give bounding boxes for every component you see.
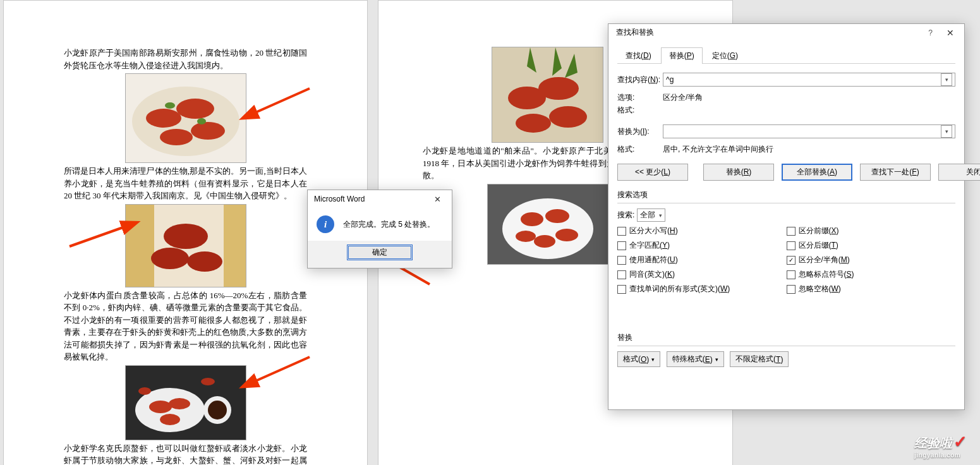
tab-find[interactable]: 查找(D) xyxy=(617,47,660,64)
svg-point-32 xyxy=(555,229,578,241)
checkbox-icon xyxy=(617,241,626,250)
no-format-button[interactable]: 不限定格式(T) xyxy=(730,351,789,367)
checkbox-label: 区分前缀(X) xyxy=(799,226,839,236)
search-options-title: 搜索选项 xyxy=(617,190,955,200)
format-button[interactable]: 格式(O)▾ xyxy=(617,351,660,367)
checkbox-label: 区分后缀(T) xyxy=(799,240,838,251)
checkbox-icon xyxy=(787,270,795,279)
help-icon[interactable]: ? xyxy=(928,28,933,37)
replace-label: 替换为(I): xyxy=(617,126,663,137)
svg-rect-9 xyxy=(126,205,154,287)
messagebox: Microsoft Word ✕ i 全部完成。完成 5 处替换。 确定 xyxy=(307,190,452,269)
watermark: 经验啦✓ jingyanla.com xyxy=(914,432,967,459)
svg-point-21 xyxy=(138,387,151,395)
messagebox-text: 全部完成。完成 5 处替换。 xyxy=(343,219,435,230)
ok-button[interactable]: 确定 xyxy=(347,245,413,260)
checkbox-option[interactable]: 使用通配符(U) xyxy=(617,255,787,265)
close-button[interactable]: 关闭 xyxy=(938,164,980,181)
svg-point-20 xyxy=(208,401,227,420)
svg-point-26 xyxy=(549,106,587,128)
chevron-down-icon[interactable]: ▾ xyxy=(941,125,952,138)
paragraph: 小龙虾学名克氏原螯虾，也可以叫做红螯虾或者淡水小龙虾。小龙虾属于节肢动物大家族，… xyxy=(64,442,307,466)
checkbox-label: 同音(英文)(K) xyxy=(629,269,675,280)
svg-point-2 xyxy=(146,109,181,128)
svg-point-27 xyxy=(516,114,551,133)
checkbox-icon xyxy=(617,270,626,279)
checkbox-option[interactable]: 忽略标点符号(S) xyxy=(787,269,956,280)
chevron-down-icon[interactable]: ▾ xyxy=(941,73,952,86)
checkbox-option[interactable]: 忽略空格(W) xyxy=(787,284,956,294)
special-format-button[interactable]: 特殊格式(E)▾ xyxy=(667,351,724,367)
dialog-title: 查找和替换 xyxy=(616,27,654,38)
checkbox-option[interactable]: 区分大小写(H) xyxy=(617,226,787,236)
svg-point-3 xyxy=(176,99,214,119)
checkbox-option[interactable]: 区分前缀(X) xyxy=(787,226,956,236)
checkbox-option[interactable]: 同音(英文)(K) xyxy=(617,269,787,280)
messagebox-title: Microsoft Word xyxy=(314,195,365,203)
checkbox-icon xyxy=(787,256,795,265)
svg-point-25 xyxy=(538,77,579,100)
crayfish-image-3 xyxy=(125,365,246,440)
checkbox-icon xyxy=(787,241,795,250)
checkbox-icon xyxy=(617,227,626,236)
crayfish-image-4 xyxy=(492,47,603,143)
crayfish-image-2 xyxy=(125,204,246,287)
search-direction-select[interactable]: 全部▾ xyxy=(637,208,665,222)
checkbox-option[interactable]: 区分后缀(T) xyxy=(787,240,956,251)
svg-point-7 xyxy=(197,118,206,124)
less-button[interactable]: << 更少(L) xyxy=(617,164,688,181)
find-label: 查找内容(N): xyxy=(617,75,663,85)
checkbox-label: 使用通配符(U) xyxy=(629,255,678,265)
close-icon[interactable]: ✕ xyxy=(941,28,959,38)
checkbox-icon xyxy=(617,256,626,265)
checkbox-option[interactable]: 查找单词的所有形式(英文)(W) xyxy=(617,284,787,294)
checkbox-option[interactable]: 全字匹配(Y) xyxy=(617,240,787,251)
tabs: 查找(D) 替换(P) 定位(G) xyxy=(617,47,955,64)
svg-point-4 xyxy=(191,122,225,140)
checkbox-label: 忽略标点符号(S) xyxy=(799,269,854,280)
checkbox-label: 区分全/半角(M) xyxy=(799,255,850,265)
replace-input[interactable]: ▾ xyxy=(663,124,955,138)
checkbox-icon xyxy=(787,285,795,294)
replace-section-title: 替换 xyxy=(617,332,955,343)
svg-point-30 xyxy=(521,212,543,226)
svg-point-11 xyxy=(164,224,208,249)
svg-point-16 xyxy=(149,401,172,413)
checkbox-label: 区分大小写(H) xyxy=(629,226,678,236)
format-label: 格式: xyxy=(617,105,663,116)
crayfish-image-1 xyxy=(125,73,246,163)
find-replace-dialog: 查找和替换 ? ✕ 查找(D) 替换(P) 定位(G) 查找内容(N): ^g … xyxy=(608,23,965,410)
checkbox-label: 忽略空格(W) xyxy=(799,284,841,294)
svg-point-17 xyxy=(169,398,190,409)
replace-all-button[interactable]: 全部替换(A) xyxy=(782,164,852,181)
svg-point-18 xyxy=(160,414,180,425)
checkbox-icon xyxy=(787,227,795,236)
svg-point-6 xyxy=(165,102,175,109)
svg-point-33 xyxy=(534,235,555,248)
svg-rect-10 xyxy=(224,205,246,287)
svg-point-22 xyxy=(201,378,215,385)
svg-point-13 xyxy=(187,251,222,272)
svg-point-34 xyxy=(516,231,536,242)
svg-point-31 xyxy=(545,209,569,223)
find-next-button[interactable]: 查找下一处(F) xyxy=(860,164,931,181)
checkbox-label: 查找单词的所有形式(英文)(W) xyxy=(629,284,730,294)
options-label: 选项: xyxy=(617,92,663,103)
tab-replace[interactable]: 替换(P) xyxy=(661,47,703,64)
svg-point-29 xyxy=(502,198,593,259)
tab-goto[interactable]: 定位(G) xyxy=(704,47,746,64)
checkbox-option[interactable]: 区分全/半角(M) xyxy=(787,255,956,265)
format-value-2: 居中, 不允许文字在单词中间换行 xyxy=(663,144,773,155)
replace-button[interactable]: 替换(R) xyxy=(703,164,774,181)
options-value: 区分全/半角 xyxy=(663,92,703,103)
checkbox-icon xyxy=(617,285,626,294)
crayfish-image-5 xyxy=(487,184,608,265)
info-icon: i xyxy=(317,215,334,233)
checkbox-label: 全字匹配(Y) xyxy=(629,240,670,251)
close-icon[interactable]: ✕ xyxy=(428,194,447,204)
find-input[interactable]: ^g ▾ xyxy=(663,73,955,87)
paragraph: 小龙虾体内蛋白质含量较高，占总体的 16%—20%左右，脂肪含量不到 0·2%，… xyxy=(64,289,307,363)
svg-point-5 xyxy=(160,129,193,145)
svg-point-12 xyxy=(151,248,189,269)
paragraph: 所谓是日本人用来清理尸体的生物,那是不实的。另一面,当时日本人养小龙虾，是充当牛… xyxy=(64,165,307,202)
